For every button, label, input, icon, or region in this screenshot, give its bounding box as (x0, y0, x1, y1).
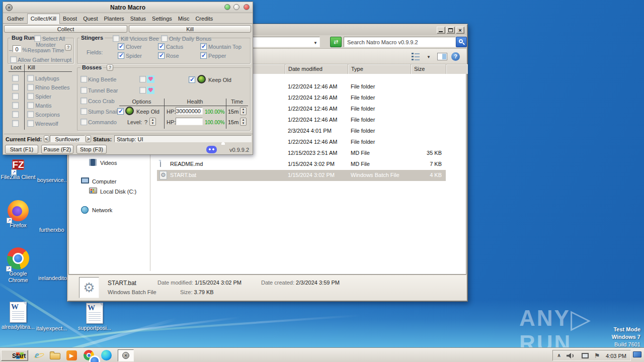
display-icon[interactable] (633, 351, 641, 357)
boss-checkbox-king-beetle[interactable] (80, 76, 87, 82)
current-field-value[interactable]: Sunflower (50, 135, 85, 142)
tab-status[interactable]: Status (127, 14, 149, 24)
file-row-readme[interactable]: README.md 1/15/2024 3:02 PM MD File 7 KB (157, 159, 446, 170)
next-field-button[interactable]: > (86, 135, 91, 142)
start-button[interactable]: Start (F1) (5, 145, 38, 154)
maximize-dot-button[interactable] (233, 4, 239, 10)
desktop-icon-supportposi[interactable]: supportposi... (75, 303, 114, 331)
field-checkbox-pepper[interactable] (200, 52, 207, 59)
loot-checkbox-werewolf[interactable] (12, 120, 19, 127)
field-checkbox-spider[interactable] (118, 52, 124, 59)
tab-misc[interactable]: Misc (175, 14, 193, 24)
allow-gather-interrupt-checkbox[interactable] (10, 56, 17, 63)
stump-snail-keep-old-checkbox[interactable] (117, 108, 124, 115)
prev-field-button[interactable]: < (44, 135, 49, 142)
kill-checkbox-scorpions[interactable] (27, 111, 34, 118)
action-center-flag-icon[interactable]: ⚑ (594, 352, 600, 359)
time-stepper[interactable]: ▲▼ (240, 118, 247, 126)
select-all-checkbox[interactable] (34, 35, 41, 42)
discord-icon[interactable] (206, 146, 217, 153)
network-icon[interactable] (582, 353, 589, 358)
kill-checkbox-ladybugs[interactable] (27, 75, 34, 81)
tab-settings[interactable]: Settings (149, 14, 175, 24)
field-checkbox-rose[interactable] (158, 52, 165, 59)
commando-hp-input[interactable] (176, 118, 203, 125)
maximize-button[interactable] (446, 27, 455, 34)
respawn-percent-input[interactable]: 0 (13, 45, 21, 52)
stump-snail-hp-input[interactable]: 30000000 (176, 107, 203, 115)
pause-button[interactable]: Pause (F2) (41, 145, 73, 154)
file-row-start-bat[interactable]: ⚙ START.bat 1/15/2024 3:02 PM Windows Ba… (157, 170, 446, 181)
tab-planters[interactable]: Planters (101, 14, 127, 24)
king-beetle-gifted-checkbox[interactable] (139, 76, 146, 82)
tab-quest[interactable]: Quest (80, 14, 101, 24)
close-dot-button[interactable] (244, 4, 250, 10)
desktop-icon-alreadylibra[interactable]: alreadylibra... (0, 302, 37, 330)
column-header-size[interactable]: Size (411, 64, 446, 74)
nav-item-local-disk[interactable]: Local Disk (C:) (100, 189, 136, 195)
preview-pane-icon[interactable] (437, 53, 447, 60)
boss-checkbox-stump-snail[interactable] (80, 108, 87, 115)
tab-credits[interactable]: Credits (192, 14, 216, 24)
subtab-collect[interactable]: Collect (4, 25, 127, 33)
field-checkbox-mountain-top[interactable] (200, 43, 207, 50)
natro-titlebar[interactable]: × Natro Macro (3, 2, 253, 13)
kill-checkbox-werewolf[interactable] (27, 120, 34, 127)
tab-boost[interactable]: Boost (60, 14, 80, 24)
time-stepper[interactable]: ▲▼ (240, 107, 247, 115)
loot-checkbox-rhino-beetles[interactable] (12, 84, 19, 90)
field-checkbox-clover[interactable] (118, 43, 124, 50)
level-stepper[interactable]: ▲▼ (149, 118, 156, 126)
kill-checkbox-rhino-beetles[interactable] (27, 84, 34, 90)
kill-checkbox-mantis[interactable] (27, 102, 34, 109)
refresh-button[interactable]: ⇄ (330, 37, 342, 47)
kill-checkbox-spider[interactable] (27, 93, 34, 100)
desktop-icon-firefox[interactable]: ↗ Firefox (0, 200, 37, 229)
desktop-icon-chrome[interactable]: ↗ Google Chrome (0, 247, 37, 284)
minimize-button[interactable] (437, 27, 445, 34)
views-icon[interactable] (412, 53, 420, 60)
column-header-date-modified[interactable]: Date modified (285, 64, 348, 74)
column-header-type[interactable]: Type (348, 64, 411, 74)
search-button[interactable] (456, 37, 467, 47)
only-daily-bonus-checkbox[interactable] (161, 35, 168, 42)
respawn-time-label: MonsterRespawn Time (27, 42, 64, 53)
desktop-icon-filezilla[interactable]: FZ↗ FileZilla Client (0, 156, 37, 180)
start-button[interactable]: Start (1, 350, 28, 361)
boss-checkbox-commando[interactable] (80, 119, 87, 125)
media-player-icon[interactable]: ▶ (66, 349, 78, 361)
address-dropdown-icon[interactable]: ▼ (313, 41, 317, 45)
explorer-folder-icon[interactable] (49, 349, 61, 361)
kill-vicious-bee-checkbox[interactable] (113, 35, 119, 42)
loot-checkbox-scorpions[interactable] (12, 111, 19, 118)
tab-gather[interactable]: Gather (4, 14, 27, 24)
bosses-help-button[interactable]: ? (107, 64, 113, 71)
views-dropdown-icon[interactable]: ▼ (427, 55, 431, 59)
clock[interactable]: 4:03 PM (606, 353, 626, 359)
loot-checkbox-spider[interactable] (12, 93, 19, 100)
nav-item-computer[interactable]: Computer (92, 178, 116, 185)
boss-checkbox-tunnel-bear[interactable] (80, 87, 87, 94)
field-checkbox-cactus[interactable] (158, 43, 165, 50)
tab-collect-kill[interactable]: Collect/Kill (27, 14, 60, 24)
stop-button[interactable]: Stop (F3) (76, 145, 107, 154)
minimize-dot-button[interactable] (224, 4, 230, 10)
nav-item-videos[interactable]: Videos (100, 160, 117, 166)
chrome-icon[interactable] (84, 349, 96, 361)
loot-checkbox-mantis[interactable] (12, 102, 19, 109)
nav-item-network[interactable]: Network (92, 207, 112, 213)
taskbar-button-natro[interactable]: × (118, 349, 134, 361)
respawn-help-button[interactable]: ? (65, 44, 71, 51)
boss-checkbox-coco-crab[interactable] (80, 98, 87, 104)
keep-old-top-checkbox[interactable] (189, 76, 195, 83)
close-button[interactable]: × (456, 27, 464, 34)
edge-icon[interactable] (101, 349, 113, 361)
loot-checkbox-ladybugs[interactable] (12, 75, 19, 81)
ie-icon[interactable]: e (33, 349, 45, 361)
search-input[interactable]: Search Natro Macro v0.9.9.2 (344, 37, 456, 47)
subtab-kill[interactable]: Kill (129, 25, 251, 33)
help-icon[interactable]: ? (451, 52, 460, 61)
tunnel-bear-gifted-checkbox[interactable] (139, 87, 146, 94)
speaker-icon[interactable] (567, 353, 573, 358)
hidden-icons-chevron[interactable]: ∧ (557, 352, 561, 358)
